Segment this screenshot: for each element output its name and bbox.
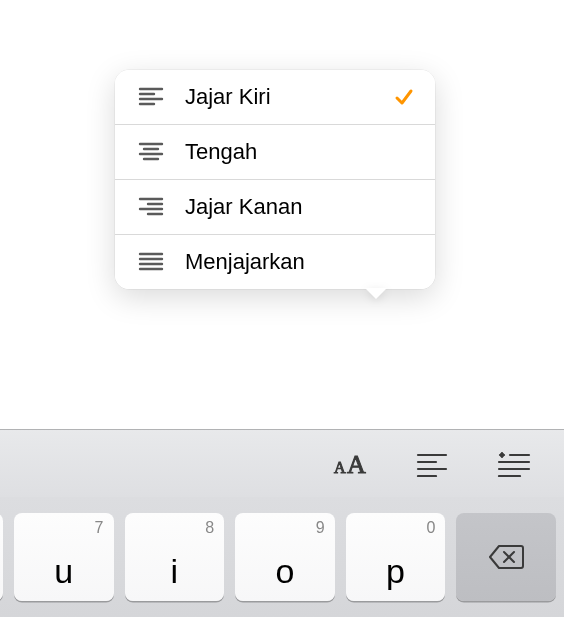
- svg-text:A: A: [334, 459, 346, 476]
- key-delete[interactable]: [456, 513, 556, 601]
- menu-item-align-left[interactable]: Jajar Kiri: [115, 70, 435, 124]
- menu-item-label: Tengah: [185, 139, 415, 165]
- key-u[interactable]: 7 u: [14, 513, 114, 601]
- menu-item-label: Jajar Kanan: [185, 194, 415, 220]
- key-main-label: o: [275, 552, 294, 591]
- menu-item-label: Menjajarkan: [185, 249, 415, 275]
- menu-item-align-justify[interactable]: Menjajarkan: [115, 234, 435, 289]
- key-alt-label: 8: [205, 519, 214, 537]
- key-o[interactable]: 9 o: [235, 513, 335, 601]
- menu-item-align-center[interactable]: Tengah: [115, 124, 435, 179]
- key-alt-label: 7: [95, 519, 104, 537]
- alignment-menu-list: Jajar Kiri Tengah: [115, 70, 435, 289]
- align-center-icon: [137, 140, 165, 164]
- menu-item-label: Jajar Kiri: [185, 84, 393, 110]
- key-main-label: i: [171, 552, 179, 591]
- key-alt-label: 9: [316, 519, 325, 537]
- svg-text:A: A: [347, 450, 366, 479]
- key-main-label: u: [54, 552, 73, 591]
- key-alt-label: 0: [426, 519, 435, 537]
- checkmark-icon: [393, 86, 415, 108]
- keyboard-toolbar: A A: [0, 429, 564, 497]
- text-size-button[interactable]: A A: [328, 442, 372, 486]
- list-insert-button[interactable]: [492, 442, 536, 486]
- menu-item-align-right[interactable]: Jajar Kanan: [115, 179, 435, 234]
- key-i[interactable]: 8 i: [125, 513, 225, 601]
- delete-icon: [487, 542, 525, 572]
- align-left-icon: [137, 85, 165, 109]
- alignment-button[interactable]: [410, 442, 454, 486]
- align-right-icon: [137, 195, 165, 219]
- align-justify-icon: [137, 250, 165, 274]
- key-p[interactable]: 0 p: [346, 513, 446, 601]
- popover-arrow: [365, 288, 387, 299]
- alignment-popover: Jajar Kiri Tengah: [115, 70, 435, 289]
- key-partial[interactable]: [0, 513, 3, 601]
- keyboard-row: 7 u 8 i 9 o 0 p: [0, 497, 564, 617]
- key-main-label: p: [386, 552, 405, 591]
